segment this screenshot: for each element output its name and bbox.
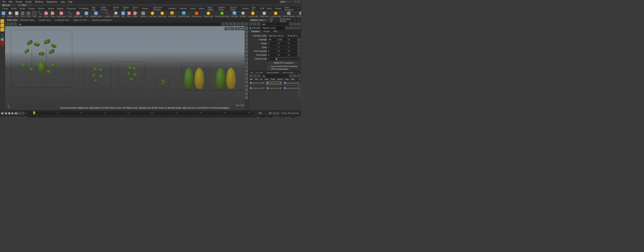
net-menu-tools[interactable]: Tools [270,78,275,80]
tool-sky-light[interactable]: Sky Light [230,11,239,18]
viewport-3d[interactable]: Persp ▾ No cam ▾ [5,26,248,110]
step-back-button[interactable] [18,112,21,115]
lock-tool-icon[interactable]: 🔒 [0,38,4,41]
menu-help[interactable]: Help [67,0,74,3]
shelf-tab-rigging[interactable]: Rigging [55,7,65,10]
display-flag-icon[interactable] [263,82,264,84]
tool-spot-light[interactable]: Spot Light [158,11,167,18]
uscale-input[interactable] [267,57,275,60]
net-menu-edit[interactable]: Edit [255,78,258,80]
disp-opt14-icon[interactable] [245,81,248,84]
network-canvas[interactable]: Objects Hophorn_Leaf_tHophorn_Leaf_tHoph… [249,81,301,110]
node-hophorn-card-3[interactable]: Hophorn_card_3 [283,86,299,90]
net-tool3-icon[interactable] [298,91,301,94]
net-back-icon[interactable] [250,74,252,78]
close-icon[interactable]: × [112,19,113,21]
main-chip[interactable]: ◉ Main [17,3,32,7]
cloud-tool-icon[interactable] [0,90,4,93]
net-menu-add[interactable]: Add [250,78,253,80]
play-button[interactable] [11,112,14,115]
pivot-t-z[interactable] [288,50,297,53]
key-btn-icon[interactable] [273,112,276,115]
tool-platonic-solids[interactable]: Platonic Solids [90,11,102,18]
display-flag-icon[interactable] [280,88,281,89]
net-tool2-icon[interactable] [298,88,301,90]
timeline-track[interactable]: 124487296120144168192216 [32,112,252,115]
record-tool-icon[interactable] [0,42,4,46]
nav-fwd-icon[interactable] [10,22,13,26]
gear-tool-icon[interactable] [0,76,4,79]
menu-file[interactable]: File [1,0,7,3]
paint-tool-icon[interactable] [0,71,4,75]
build-dropdown-icon[interactable]: ⇵ [14,4,15,6]
viewport-path-input[interactable]: obj [17,22,221,26]
pivot-r-y[interactable] [278,54,287,57]
disp-opt3-icon[interactable] [245,38,248,42]
bb-btn7-icon[interactable] [24,116,27,118]
close-icon[interactable]: × [294,72,295,74]
persp-selector[interactable]: Persp ▾ [225,27,234,30]
tool-portal-light[interactable]: Portal Light [259,11,270,18]
net-tab-material-palette[interactable]: Material Palette× [266,72,281,74]
plant-card-med2[interactable] [118,62,144,90]
tool-file[interactable]: File [120,11,126,18]
net-menu-help[interactable]: Help [291,78,295,80]
display-flag-icon[interactable] [280,82,281,84]
bb-btn5-icon[interactable] [16,116,19,118]
bb-btn4-icon[interactable] [12,116,15,118]
net-menu-labs[interactable]: Labs [284,78,289,80]
range-end-input[interactable] [256,116,264,118]
tab-transform[interactable]: Transform [249,30,262,33]
node-hophorn-card-2[interactable]: Hophorn_card_2 [266,86,282,90]
menu-megascans[interactable]: Megascans [45,0,59,3]
circle-icon[interactable] [229,22,232,26]
shelf-tab-texture[interactable]: Texture [46,7,56,10]
param-fwd-icon[interactable] [253,22,256,26]
tool-line[interactable]: Line [38,11,43,18]
shelf-tab-vellum[interactable]: Vellum [197,7,206,10]
plant-card-leaves1[interactable] [182,64,206,90]
disp-opt6-icon[interactable] [245,50,248,53]
shelf-tab-modify[interactable]: Modify [10,7,18,10]
shelf-tab-model[interactable]: Model [18,7,26,10]
net-tool1-icon[interactable] [298,84,301,87]
translate-menu-icon[interactable] [298,38,300,41]
mirror-tool-icon[interactable] [0,80,4,84]
desktop-reload-icon[interactable] [294,0,297,3]
bb-realtime-icon[interactable] [273,116,276,118]
scale-y[interactable] [278,46,287,49]
extrude-tool-icon[interactable] [0,84,4,88]
bb-btn3-icon[interactable] [8,116,12,118]
display-flag-icon[interactable] [263,88,264,89]
net-tab--obj[interactable]: /obj [249,72,254,74]
flag-icon[interactable] [222,22,225,26]
disp-opt7-icon[interactable] [245,54,248,57]
pivot-r-x[interactable] [267,54,277,57]
xform-order-combo-a[interactable]: Scale Rot Trans ⇵ [267,34,286,38]
goto-start-button[interactable] [1,112,4,115]
menu-icon[interactable] [244,22,248,26]
bb-key-icon[interactable] [297,116,300,118]
pane-tab-motion-fx-view[interactable]: Motion FX View× [72,19,90,22]
plant-card-leaves2[interactable] [210,64,242,90]
scale-x[interactable] [267,46,277,49]
tool-vr-camera[interactable]: VR Camera [296,11,301,18]
pane-tab-scene-view[interactable]: Scene View [6,19,18,22]
xform-order-combo-b[interactable]: Rx Ry Rz ⇵ [287,34,300,38]
shelf-tab-collisions[interactable]: Collisions [167,7,178,10]
keep-pos-check[interactable]: Keep Position When Parenting [250,65,300,68]
close-icon[interactable]: × [276,19,277,21]
bb-btn2-icon[interactable] [4,116,8,118]
magnet-tool-icon[interactable] [0,67,4,71]
pivot-r-menu-icon[interactable] [298,54,300,56]
pivot-t-menu-icon[interactable] [298,50,300,53]
disp-opt10-icon[interactable] [245,65,248,68]
pivot-r-z[interactable] [288,54,297,57]
auto-key-icon[interactable] [276,112,279,115]
tool-volume-light[interactable]: Volume Light [191,11,202,18]
pane-tab-render-view[interactable]: Render View× [38,19,53,22]
close-icon[interactable]: × [279,72,280,74]
shelf-tab-constraints[interactable]: Constraints [78,7,90,10]
build-chip[interactable]: Build [1,4,12,7]
node-hophorn-leaf-t[interactable]: Hophorn_Leaf_t [249,81,265,85]
